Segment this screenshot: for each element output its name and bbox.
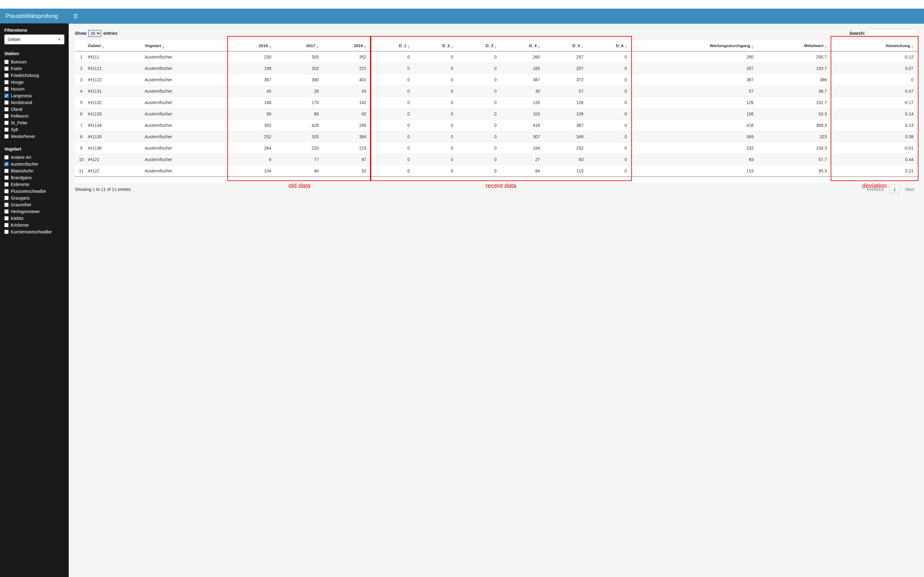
table-cell: -0.17 (831, 97, 918, 108)
table-cell: 0 (588, 143, 631, 154)
station-item[interactable]: Husum (4, 85, 65, 92)
column-header[interactable]: D_6 (588, 40, 631, 52)
column-header[interactable]: Wertungsdurchgang (631, 40, 758, 52)
station-item[interactable]: Langeness (4, 92, 65, 99)
station-checkbox[interactable] (4, 66, 9, 71)
hamburger-icon[interactable]: ☰ (73, 13, 78, 20)
table-cell: Austernfischer (143, 63, 228, 74)
vogelart-item[interactable]: Krickente (4, 222, 65, 229)
table-cell: 27 (501, 154, 544, 165)
table-cell: 384 (323, 131, 371, 143)
station-checkbox[interactable] (4, 100, 9, 105)
station-checkbox[interactable] (4, 80, 9, 84)
table-cell: 323 (758, 131, 831, 143)
column-header[interactable]: Abweichung (831, 40, 918, 52)
table-cell: IH1135 (86, 131, 143, 143)
column-header[interactable]: 2017 (276, 40, 323, 52)
table-cell: 57 (544, 85, 588, 97)
table-cell: 305 (276, 52, 323, 63)
station-checkbox[interactable] (4, 60, 9, 64)
station-checkbox[interactable] (4, 93, 9, 98)
vogelart-item[interactable]: Blaesshuhn (4, 168, 65, 174)
vogelart-checkbox[interactable] (4, 203, 9, 207)
station-item[interactable]: Sylt (4, 126, 65, 133)
column-header[interactable] (75, 40, 86, 52)
vogelart-checkbox[interactable] (4, 189, 9, 193)
column-header[interactable]: Mittelwert (758, 40, 831, 52)
station-checkbox[interactable] (4, 87, 9, 91)
pager-current[interactable]: 1 (889, 185, 900, 194)
vogelart-checkbox[interactable] (4, 155, 9, 160)
column-header[interactable]: 2016 (228, 40, 275, 52)
station-item[interactable]: Foehr (4, 65, 65, 72)
vogelart-checkbox[interactable] (4, 216, 9, 221)
table-row: 8IH1135Austernfischer2523333840003073490… (75, 131, 918, 143)
table-cell: IH111 (86, 52, 143, 63)
vogelart-item[interactable]: Kuestenseeschwalbe (4, 229, 65, 235)
column-header[interactable]: D_4 (501, 40, 544, 52)
vogelart-item[interactable]: Andere Art (4, 154, 65, 161)
column-header[interactable]: D_2 (414, 40, 457, 52)
table-cell: 0.14 (831, 108, 918, 120)
station-item[interactable]: Buesum (4, 58, 65, 65)
show-label-pre: Show (75, 31, 86, 36)
table-cell: 349 (544, 131, 588, 143)
station-item[interactable]: Pellworm (4, 113, 65, 119)
table-cell: 295.7 (758, 52, 831, 63)
column-header[interactable]: Gebiet (86, 40, 143, 52)
column-header[interactable]: Vogelart (143, 40, 228, 52)
station-item[interactable]: Friedrichskoog (4, 72, 65, 79)
vogelart-item[interactable]: Kiebitz (4, 215, 65, 222)
vogelart-checkbox[interactable] (4, 223, 9, 227)
station-item[interactable]: Oland (4, 106, 65, 113)
vogelart-item[interactable]: Austernfischer (4, 161, 65, 168)
vogelart-checkbox[interactable] (4, 162, 9, 166)
vogelart-item[interactable]: Flussseeschwalbe (4, 188, 65, 195)
table-cell: 260 (501, 52, 544, 63)
table-cell: 194 (501, 143, 544, 154)
pager-next[interactable]: Next (901, 185, 918, 193)
vogelart-item[interactable]: Eiderente (4, 181, 65, 188)
column-header[interactable]: D_5 (544, 40, 588, 52)
table-cell: 6 (75, 108, 86, 120)
station-checkbox[interactable] (4, 134, 9, 139)
vogelart-checkbox[interactable] (4, 196, 9, 200)
table-cell: 0 (371, 85, 414, 97)
vogelart-item[interactable]: Brandgans (4, 174, 65, 181)
table-cell: 0 (414, 120, 457, 131)
table-cell: 92 (323, 108, 371, 120)
table-cell: 126 (631, 97, 758, 108)
station-checkbox[interactable] (4, 107, 9, 111)
vogelart-checkbox[interactable] (4, 210, 9, 214)
column-header[interactable]: D_3 (457, 40, 501, 52)
data-table: GebietVogelart201620172018D_1D_2D_3D_4D_… (75, 40, 918, 183)
station-item[interactable]: Nordstrand (4, 99, 65, 106)
vogelart-item[interactable]: Heringsmoewe (4, 208, 65, 215)
column-header[interactable]: 2018 (323, 40, 371, 52)
vogelart-checkbox[interactable] (4, 176, 9, 180)
vogelart-checkbox[interactable] (4, 230, 9, 234)
entries-select[interactable]: 25 (88, 30, 101, 37)
table-cell: 28 (276, 85, 323, 97)
column-header[interactable]: D_1 (371, 40, 414, 52)
table-cell: 0 (414, 63, 457, 74)
search-input[interactable] (867, 29, 918, 37)
table-cell: 84 (501, 165, 544, 177)
vogelart-item[interactable]: Graureiher (4, 201, 65, 208)
filter-select[interactable]: Gebiet ▼ (4, 34, 65, 44)
pager-prev[interactable]: Previous (863, 185, 887, 193)
station-label: Hooge (11, 80, 23, 85)
station-checkbox[interactable] (4, 73, 9, 77)
station-item[interactable]: St_Peter (4, 119, 65, 126)
station-item[interactable]: Westerhever (4, 133, 65, 140)
vogelart-checkbox[interactable] (4, 169, 9, 173)
station-checkbox[interactable] (4, 127, 9, 132)
vogelart-label: Blaesshuhn (11, 168, 33, 173)
vogelart-checkbox[interactable] (4, 182, 9, 187)
station-checkbox[interactable] (4, 114, 9, 118)
table-cell: 390 (276, 74, 323, 85)
pager: Previous 1 Next (863, 185, 918, 194)
vogelart-item[interactable]: Graugans (4, 195, 65, 201)
station-checkbox[interactable] (4, 121, 9, 125)
station-item[interactable]: Hooge (4, 79, 65, 85)
